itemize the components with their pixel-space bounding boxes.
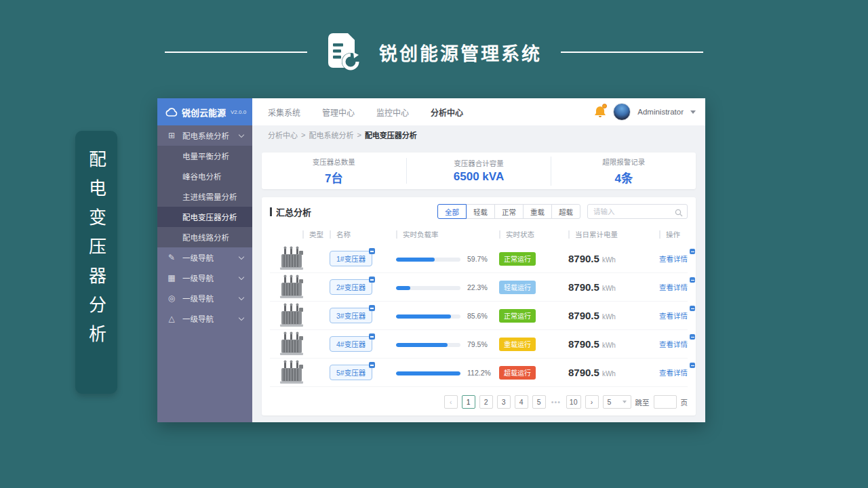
chip-badge-icon — [369, 305, 375, 311]
view-details-link[interactable]: 查看详情 — [659, 367, 688, 378]
check-circle-icon: ◎ — [167, 293, 176, 303]
sidebar-item-main-line-demand[interactable]: 主进线需量分析 — [157, 186, 252, 207]
sidebar-group-distribution-analysis[interactable]: ⊞ 配电系统分析 — [157, 125, 252, 146]
filter-normal-button[interactable]: 正常 — [494, 204, 524, 219]
user-menu-caret-icon[interactable] — [690, 110, 696, 114]
load-progressbar — [396, 371, 460, 375]
tab-analysis-center[interactable]: 分析中心 — [431, 106, 463, 118]
breadcrumb-item[interactable]: 配电系统分析 — [309, 129, 353, 140]
sidebar-item-line-analysis[interactable]: 配电线路分析 — [157, 227, 252, 247]
section-title: 汇总分析 — [270, 205, 311, 218]
pagination-ellipsis: ••• — [550, 398, 562, 406]
view-details-link[interactable]: 查看详情 — [659, 310, 688, 321]
content: 变压器总数量 7台 变压器合计容量 6500 kVA 超限报警记录 4条 — [252, 144, 705, 422]
topbar-right: Administrator — [594, 103, 696, 121]
section-title-bar — [270, 207, 272, 216]
prev-page-button[interactable]: ‹ — [444, 395, 458, 409]
sidebar-item-peak-valley[interactable]: 峰谷电分析 — [157, 166, 252, 186]
load-progressbar — [396, 258, 460, 262]
energy-unit: kWh — [602, 313, 616, 321]
slide-header: 锐创能源管理系统 — [0, 28, 868, 76]
page-button-5[interactable]: 5 — [532, 395, 546, 409]
energy-unit: kWh — [602, 256, 616, 264]
search-icon[interactable] — [675, 207, 683, 220]
tab-management-center[interactable]: 管理中心 — [322, 106, 355, 118]
page-button-10[interactable]: 10 — [566, 395, 581, 409]
decorative-line-right — [561, 52, 703, 53]
sidebar-item-nav-1[interactable]: ✎ 一级导航 — [157, 247, 252, 268]
sidebar-item-nav-3[interactable]: ◎ 一级导航 — [157, 288, 252, 308]
transformer-name-button[interactable]: 3#变压器 — [330, 308, 372, 323]
view-details-link[interactable]: 查看详情 — [659, 339, 688, 349]
page-button-3[interactable]: 3 — [497, 395, 511, 409]
main-area: 采集系统 管理中心 监控中心 分析中心 Administrator — [252, 98, 705, 422]
transformer-name-button[interactable]: 5#变压器 — [330, 365, 372, 380]
decorative-line-left — [165, 52, 307, 53]
user-name: Administrator — [637, 108, 684, 116]
chevron-down-icon — [239, 315, 244, 321]
jump-unit: 页 — [681, 397, 688, 407]
page-button-2[interactable]: 2 — [479, 395, 493, 409]
page-button-1[interactable]: 1 — [462, 395, 475, 409]
link-badge-icon — [690, 277, 695, 283]
stat-alarm-records: 超限报警记录 4条 — [551, 157, 696, 186]
table-row: 5#变压器 112.2% 超载运行 8790.5kWh 查看详情 — [270, 359, 688, 387]
summary-card: 汇总分析 全部 轻载 正常 重载 超载 — [262, 197, 696, 415]
next-page-button[interactable]: › — [585, 395, 599, 409]
slide: 锐创能源管理系统 配电变压器分析 锐创云能源 V2.0.0 ⊞ 配电系统分析 — [0, 0, 868, 488]
sidebar-item-nav-2[interactable]: ▦ 一级导航 — [157, 268, 252, 288]
energy-value: 8790.5 — [568, 281, 599, 293]
table-row: 1#变压器 59.7% 正常运行 8790.5kWh 查看详情 — [270, 245, 688, 273]
breadcrumb-separator: > — [301, 131, 305, 139]
transformer-name-button[interactable]: 1#变压器 — [330, 251, 372, 266]
chevron-down-icon — [239, 274, 244, 280]
page-button-4[interactable]: 4 — [515, 395, 528, 409]
status-badge: 轻载运行 — [499, 281, 536, 294]
app-window: 锐创云能源 V2.0.0 ⊞ 配电系统分析 电量平衡分析 峰谷电分析 主进线需量… — [157, 98, 705, 422]
view-details-link[interactable]: 查看详情 — [659, 282, 688, 292]
energy-value: 8790.5 — [568, 310, 599, 321]
filter-all-button[interactable]: 全部 — [437, 204, 467, 219]
load-progressbar — [396, 286, 460, 290]
filter-heavy-button[interactable]: 重载 — [523, 204, 552, 219]
load-progressbar — [396, 314, 460, 319]
stat-transformer-count: 变压器总数量 7台 — [262, 157, 406, 186]
status-badge: 重载运行 — [499, 338, 536, 351]
jump-page-input[interactable] — [654, 395, 677, 409]
energy-unit: kWh — [602, 342, 616, 349]
user-avatar[interactable] — [613, 103, 631, 121]
tab-collection-system[interactable]: 采集系统 — [268, 106, 300, 118]
transformer-name-button[interactable]: 2#变压器 — [330, 279, 372, 295]
logo-version: V2.0.0 — [231, 109, 246, 115]
slide-title: 锐创能源管理系统 — [379, 39, 542, 66]
view-details-link[interactable]: 查看详情 — [659, 253, 688, 264]
transformer-name-button[interactable]: 4#变压器 — [330, 336, 372, 352]
sidebar-menu-group: ⊞ 配电系统分析 电量平衡分析 峰谷电分析 主进线需量分析 配电变压器分析 配 — [157, 125, 252, 247]
filter-light-button[interactable]: 轻载 — [466, 204, 495, 219]
filter-overload-button[interactable]: 超载 — [551, 204, 580, 219]
sidebar-item-transformer-analysis[interactable]: 配电变压器分析 — [157, 207, 252, 227]
tab-monitoring-center[interactable]: 监控中心 — [376, 106, 409, 118]
sidebar: 锐创云能源 V2.0.0 ⊞ 配电系统分析 电量平衡分析 峰谷电分析 主进线需量… — [157, 98, 252, 422]
link-badge-icon — [690, 306, 695, 311]
breadcrumb-item[interactable]: 分析中心 — [268, 129, 298, 140]
warning-icon: △ — [167, 314, 176, 323]
page-size-select[interactable]: 5 — [603, 395, 631, 409]
chevron-down-icon — [239, 254, 244, 260]
grid-icon: ▦ — [167, 273, 176, 283]
chip-badge-icon — [369, 248, 375, 254]
search-box — [587, 204, 688, 219]
search-input[interactable] — [587, 204, 688, 219]
energy-value: 8790.5 — [568, 253, 599, 264]
edit-icon: ✎ — [167, 253, 176, 262]
vertical-banner-text: 配电变压器分析 — [84, 131, 109, 394]
status-badge: 超载运行 — [499, 366, 536, 380]
sidebar-item-nav-4[interactable]: △ 一级导航 — [157, 308, 252, 329]
notification-bell-icon[interactable] — [594, 105, 606, 119]
grid-plus-icon: ⊞ — [167, 131, 176, 140]
sidebar-item-power-balance[interactable]: 电量平衡分析 — [157, 146, 252, 166]
chip-badge-icon — [369, 277, 375, 283]
breadcrumb: 分析中心 > 配电系统分析 > 配电变压器分析 — [252, 125, 705, 144]
table-row: 4#变压器 79.5% 重载运行 8790.5kWh 查看详情 — [270, 330, 688, 359]
document-refresh-logo-icon — [326, 33, 360, 72]
